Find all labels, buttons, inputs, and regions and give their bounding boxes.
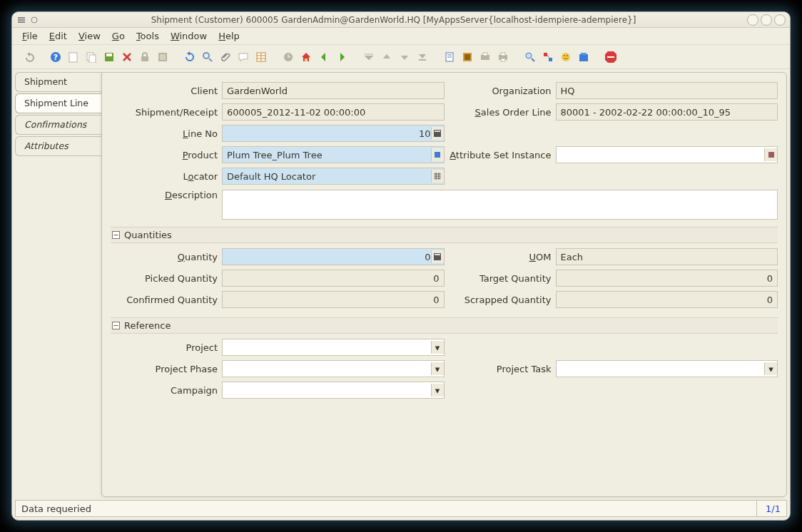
asi-lookup-icon[interactable] bbox=[764, 148, 777, 161]
zoom-icon[interactable] bbox=[522, 49, 538, 65]
tab-attributes[interactable]: Attributes bbox=[15, 136, 101, 156]
copy-icon[interactable] bbox=[83, 49, 99, 65]
chat-icon[interactable] bbox=[235, 49, 251, 65]
svg-rect-10 bbox=[106, 53, 112, 56]
collapse-icon[interactable]: − bbox=[112, 322, 120, 329]
help-icon[interactable]: ? bbox=[48, 49, 64, 65]
group-quantities[interactable]: − Quantities bbox=[111, 227, 778, 243]
field-asi[interactable] bbox=[556, 146, 778, 163]
locator-lookup-icon[interactable] bbox=[431, 170, 444, 183]
archive-icon[interactable] bbox=[460, 49, 475, 65]
group-reference[interactable]: − Reference bbox=[111, 317, 778, 334]
grid-icon[interactable] bbox=[253, 49, 269, 65]
label-asi: Attribute Set Instance bbox=[445, 150, 556, 160]
request-icon[interactable] bbox=[558, 49, 574, 65]
label-quantity: Quantity bbox=[111, 252, 222, 262]
menu-view[interactable]: View bbox=[73, 29, 106, 43]
tab-confirmations[interactable]: Confirmations bbox=[15, 115, 101, 135]
back-icon[interactable] bbox=[316, 49, 332, 65]
tab-shipment[interactable]: Shipment bbox=[15, 72, 101, 92]
menubar: File Edit View Go Tools Window Help bbox=[12, 28, 790, 45]
chevron-down-icon[interactable]: ▾ bbox=[431, 384, 444, 397]
field-locator[interactable]: Default HQ Locator bbox=[222, 168, 445, 185]
svg-rect-27 bbox=[465, 54, 470, 60]
save-icon[interactable] bbox=[101, 49, 117, 65]
field-target: 0 bbox=[556, 270, 778, 287]
product-lookup-icon[interactable] bbox=[431, 148, 444, 161]
field-description[interactable] bbox=[222, 190, 778, 220]
menu-edit[interactable]: Edit bbox=[44, 29, 73, 43]
tab-shipment-line[interactable]: Shipment Line bbox=[15, 93, 101, 113]
requery-icon[interactable] bbox=[155, 49, 171, 65]
collapse-icon[interactable]: − bbox=[112, 231, 120, 239]
label-product: Product bbox=[111, 150, 222, 160]
menu-help[interactable]: Help bbox=[213, 29, 245, 43]
svg-rect-22 bbox=[419, 59, 426, 61]
active-wf-icon[interactable] bbox=[540, 49, 556, 65]
svg-rect-8 bbox=[89, 55, 96, 63]
field-uom: Each bbox=[556, 248, 778, 265]
print-preview-icon[interactable] bbox=[477, 49, 493, 65]
tab-list: Shipment Shipment Line Confirmations Att… bbox=[12, 69, 101, 500]
menu-file[interactable]: File bbox=[16, 29, 44, 43]
content: Shipment Shipment Line Confirmations Att… bbox=[12, 69, 790, 500]
menu-window[interactable]: Window bbox=[165, 29, 213, 43]
field-confirmed: 0 bbox=[222, 291, 445, 308]
svg-rect-32 bbox=[501, 58, 505, 61]
svg-rect-31 bbox=[501, 53, 505, 56]
report-icon[interactable] bbox=[442, 49, 457, 65]
calc-icon[interactable] bbox=[431, 250, 444, 263]
first-icon[interactable] bbox=[361, 49, 377, 65]
field-phase[interactable]: ▾ bbox=[222, 360, 445, 377]
svg-point-3 bbox=[31, 17, 37, 23]
lock-icon[interactable] bbox=[137, 49, 153, 65]
new-icon[interactable] bbox=[66, 49, 81, 65]
menu-go[interactable]: Go bbox=[106, 29, 131, 43]
svg-rect-21 bbox=[305, 58, 308, 61]
calc-icon[interactable] bbox=[431, 127, 444, 140]
svg-text:?: ? bbox=[54, 53, 58, 62]
pin-icon[interactable] bbox=[29, 15, 39, 25]
field-task[interactable]: ▾ bbox=[556, 360, 778, 377]
window: Shipment (Customer) 600005 GardenAdmin@G… bbox=[11, 11, 791, 521]
next-icon[interactable] bbox=[397, 49, 412, 65]
label-soline: Sales Order Line bbox=[445, 107, 556, 118]
app-menu-icon[interactable] bbox=[16, 15, 26, 25]
label-org: Organization bbox=[445, 86, 556, 96]
refresh-icon[interactable] bbox=[182, 49, 198, 65]
find-icon[interactable] bbox=[200, 49, 215, 65]
last-icon[interactable] bbox=[415, 49, 430, 65]
status-record-count: 1/1 bbox=[756, 501, 781, 516]
minimize-button[interactable] bbox=[747, 14, 758, 26]
label-target: Target Quantity bbox=[445, 273, 556, 284]
undo-icon[interactable] bbox=[21, 49, 36, 65]
label-shipreceipt: Shipment/Receipt bbox=[111, 107, 222, 118]
svg-rect-1 bbox=[18, 19, 25, 21]
field-lineno[interactable]: 10 bbox=[222, 125, 445, 142]
chevron-down-icon[interactable]: ▾ bbox=[431, 341, 444, 354]
field-campaign[interactable]: ▾ bbox=[222, 382, 445, 399]
close-button[interactable] bbox=[774, 14, 786, 26]
label-picked: Picked Quantity bbox=[111, 273, 222, 284]
attachment-icon[interactable] bbox=[218, 49, 233, 65]
home-icon[interactable] bbox=[298, 49, 314, 65]
label-lineno: Line No bbox=[111, 128, 222, 139]
print-icon[interactable] bbox=[495, 49, 511, 65]
chevron-down-icon[interactable]: ▾ bbox=[764, 362, 777, 375]
end-icon[interactable] bbox=[603, 49, 619, 65]
menu-tools[interactable]: Tools bbox=[131, 29, 165, 43]
field-quantity[interactable]: 0 bbox=[222, 248, 445, 265]
delete-icon[interactable] bbox=[119, 49, 135, 65]
maximize-button[interactable] bbox=[761, 14, 772, 26]
svg-rect-2 bbox=[18, 21, 25, 23]
label-campaign: Campaign bbox=[111, 385, 222, 396]
field-org: HQ bbox=[556, 82, 778, 99]
prev-icon[interactable] bbox=[379, 49, 395, 65]
forward-icon[interactable] bbox=[334, 49, 350, 65]
field-project[interactable]: ▾ bbox=[222, 339, 445, 356]
product-info-icon[interactable] bbox=[576, 49, 592, 65]
field-product[interactable]: Plum Tree_Plum Tree bbox=[222, 146, 445, 163]
chevron-down-icon[interactable]: ▾ bbox=[431, 362, 444, 375]
history-icon[interactable] bbox=[280, 49, 296, 65]
label-task: Project Task bbox=[445, 364, 556, 374]
